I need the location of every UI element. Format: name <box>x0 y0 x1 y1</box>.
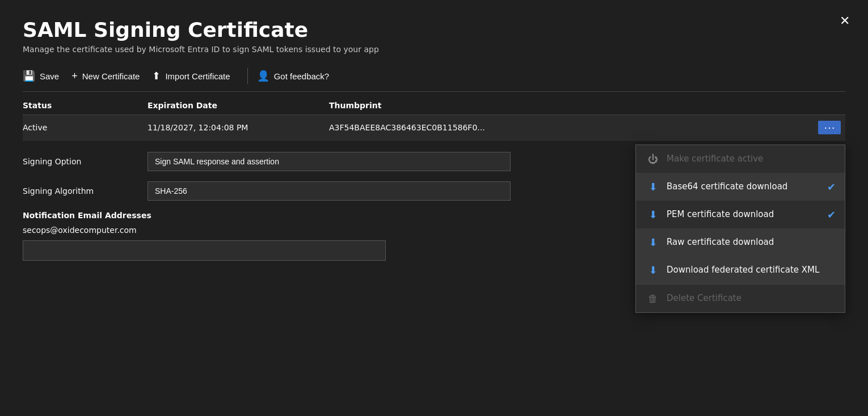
signing-algorithm-label: Signing Algorithm <box>23 186 148 196</box>
menu-item-pem-download[interactable]: ⬇ PEM certificate download ✔ <box>636 201 845 228</box>
row-status: Active <box>23 123 148 132</box>
notification-email-input[interactable] <box>23 240 386 261</box>
menu-item-raw-label: Raw certificate download <box>667 237 833 248</box>
row-expiration: 11/18/2027, 12:04:08 PM <box>148 123 329 132</box>
menu-item-delete[interactable]: 🗑 Delete Certificate <box>636 285 845 312</box>
power-icon: ⏻ <box>647 153 659 165</box>
feedback-icon: 👤 <box>257 70 269 82</box>
saml-signing-certificate-panel: ✕ SAML Signing Certificate Manage the ce… <box>0 0 868 416</box>
col-status: Status <box>23 101 148 110</box>
menu-item-pem-label: PEM certificate download <box>667 209 833 220</box>
panel-title: SAML Signing Certificate <box>23 18 845 41</box>
row-thumbprint: A3F54BAEE8AC386463EC0B11586F0... <box>329 123 845 132</box>
col-thumbprint: Thumbprint <box>329 101 845 110</box>
more-options-button[interactable]: ⋯ <box>818 121 841 134</box>
menu-item-raw-download[interactable]: ⬇ Raw certificate download <box>636 228 845 256</box>
menu-item-federated-download[interactable]: ⬇ Download federated certificate XML <box>636 256 845 284</box>
context-menu: ⏻ Make certificate active ⬇ Base64 certi… <box>635 145 845 313</box>
toolbar: 💾 Save + New Certificate ⬆ Import Certif… <box>23 67 845 92</box>
menu-item-delete-label: Delete Certificate <box>667 293 833 304</box>
signing-option-label: Signing Option <box>23 157 148 166</box>
menu-item-base64-label: Base64 certificate download <box>667 181 833 193</box>
menu-item-federated-label: Download federated certificate XML <box>667 265 833 276</box>
upload-icon: ⬆ <box>152 70 161 82</box>
panel-subtitle: Manage the certificate used by Microsoft… <box>23 45 845 54</box>
check-icon-pem: ✔ <box>827 209 836 220</box>
table-header: Status Expiration Date Thumbprint <box>23 92 845 115</box>
download-icon-raw: ⬇ <box>647 236 659 248</box>
menu-item-make-active[interactable]: ⏻ Make certificate active <box>636 145 845 173</box>
save-icon: 💾 <box>23 70 35 82</box>
feedback-button[interactable]: 👤 Got feedback? <box>255 67 340 84</box>
close-button[interactable]: ✕ <box>840 14 850 28</box>
col-expiration: Expiration Date <box>148 101 329 110</box>
download-icon-base64: ⬇ <box>647 181 659 193</box>
import-certificate-button[interactable]: ⬆ Import Certificate <box>150 67 240 84</box>
plus-icon: + <box>71 70 78 82</box>
check-icon-base64: ✔ <box>827 181 836 193</box>
toolbar-divider <box>247 68 248 84</box>
menu-item-make-active-label: Make certificate active <box>667 154 833 165</box>
signing-option-input[interactable] <box>148 152 511 171</box>
trash-icon: 🗑 <box>647 292 659 304</box>
table-row: Active 11/18/2027, 12:04:08 PM A3F54BAEE… <box>23 115 845 141</box>
save-button[interactable]: 💾 Save <box>23 67 69 84</box>
new-certificate-button[interactable]: + New Certificate <box>69 68 150 84</box>
download-icon-pem: ⬇ <box>647 209 659 220</box>
download-icon-federated: ⬇ <box>647 264 659 276</box>
menu-item-base64-download[interactable]: ⬇ Base64 certificate download ✔ <box>636 173 845 201</box>
signing-algorithm-input[interactable] <box>148 181 511 201</box>
